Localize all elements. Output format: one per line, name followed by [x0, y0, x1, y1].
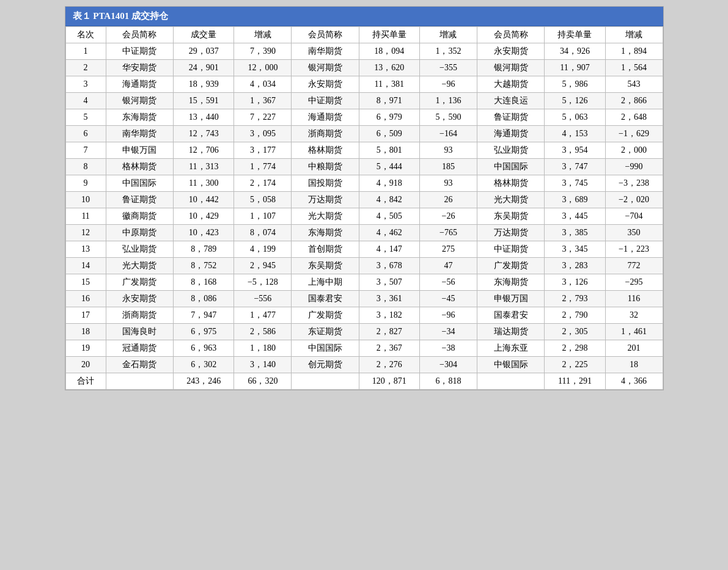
- cell-trade-vol: 8，168: [174, 274, 234, 291]
- cell-buy-vol: 6，979: [359, 109, 419, 126]
- cell-sell-vol: 2，225: [545, 357, 605, 373]
- cell-trade-vol: 7，947: [174, 307, 234, 324]
- cell-buy-chg: 1，352: [420, 43, 477, 60]
- cell-trade-member: 中证期货: [106, 43, 173, 60]
- cell-rank: 10: [65, 192, 106, 208]
- total-trade-member-blank: [106, 373, 173, 390]
- cell-buy-member: 中国国际: [292, 340, 359, 357]
- cell-trade-member: 海通期货: [106, 76, 173, 93]
- cell-buy-vol: 3，507: [359, 274, 419, 291]
- cell-trade-member: 南华期货: [106, 126, 173, 142]
- cell-trade-member: 银河期货: [106, 93, 173, 109]
- cell-trade-chg: 2，174: [234, 175, 292, 192]
- cell-trade-vol: 6，963: [174, 340, 234, 357]
- cell-sell-member: 中证期货: [477, 241, 544, 258]
- cell-trade-chg: 1，367: [234, 93, 292, 109]
- cell-trade-vol: 8，086: [174, 291, 234, 307]
- cell-trade-vol: 12，743: [174, 126, 234, 142]
- table-row: 7申银万国12，7063，177格林期货5，80193弘业期货3，9542，00…: [65, 142, 663, 159]
- header-rank: 名次: [65, 27, 106, 43]
- cell-rank: 12: [65, 225, 106, 241]
- main-container: 表１ PTA1401 成交持仓 名次 会员简称 成交量 增减 会员简称 持买单量…: [65, 6, 664, 390]
- header-buy-chg: 增减: [420, 27, 477, 43]
- cell-sell-vol: 3，445: [545, 208, 605, 225]
- cell-buy-vol: 3，182: [359, 307, 419, 324]
- cell-rank: 16: [65, 291, 106, 307]
- cell-buy-member: 浙商期货: [292, 126, 359, 142]
- cell-sell-member: 银河期货: [477, 60, 544, 76]
- cell-rank: 13: [65, 241, 106, 258]
- header-buy-vol: 持买单量: [359, 27, 419, 43]
- cell-rank: 6: [65, 126, 106, 142]
- header-trade-vol: 成交量: [174, 27, 234, 43]
- cell-trade-member: 金石期货: [106, 357, 173, 373]
- cell-rank: 14: [65, 258, 106, 274]
- cell-trade-member: 格林期货: [106, 159, 173, 175]
- cell-trade-member: 浙商期货: [106, 307, 173, 324]
- cell-sell-chg: −704: [605, 208, 663, 225]
- cell-rank: 9: [65, 175, 106, 192]
- cell-buy-member: 东海期货: [292, 225, 359, 241]
- cell-rank: 5: [65, 109, 106, 126]
- cell-buy-chg: −304: [420, 357, 477, 373]
- cell-buy-vol: 4，505: [359, 208, 419, 225]
- cell-buy-vol: 4，842: [359, 192, 419, 208]
- header-trade-chg: 增减: [234, 27, 292, 43]
- cell-sell-member: 中国国际: [477, 159, 544, 175]
- cell-rank: 20: [65, 357, 106, 373]
- cell-sell-chg: 1，564: [605, 60, 663, 76]
- header-row: 名次 会员简称 成交量 增减 会员简称 持买单量 增减 会员简称 持卖单量 增减: [65, 27, 663, 43]
- cell-sell-vol: 11，907: [545, 60, 605, 76]
- cell-trade-vol: 15，591: [174, 93, 234, 109]
- cell-sell-chg: 772: [605, 258, 663, 274]
- cell-buy-vol: 2，276: [359, 357, 419, 373]
- cell-trade-member: 永安期货: [106, 291, 173, 307]
- table-row: 14光大期货8，7522，945东吴期货3，67847广发期货3，283772: [65, 258, 663, 274]
- cell-buy-vol: 2，367: [359, 340, 419, 357]
- cell-buy-member: 南华期货: [292, 43, 359, 60]
- cell-trade-chg: 3，177: [234, 142, 292, 159]
- cell-sell-vol: 3，954: [545, 142, 605, 159]
- cell-sell-vol: 4，153: [545, 126, 605, 142]
- cell-sell-member: 光大期货: [477, 192, 544, 208]
- cell-trade-chg: 3，095: [234, 126, 292, 142]
- cell-rank: 4: [65, 93, 106, 109]
- cell-trade-vol: 6，302: [174, 357, 234, 373]
- cell-sell-chg: 1，894: [605, 43, 663, 60]
- header-sell-chg: 增减: [605, 27, 663, 43]
- table-row: 5东海期货13，4407，227海通期货6，9795，590鲁证期货5，0632…: [65, 109, 663, 126]
- cell-trade-member: 弘业期货: [106, 241, 173, 258]
- cell-sell-member: 鲁证期货: [477, 109, 544, 126]
- cell-trade-chg: 1，477: [234, 307, 292, 324]
- cell-sell-member: 大连良运: [477, 93, 544, 109]
- cell-sell-chg: 2，000: [605, 142, 663, 159]
- cell-trade-chg: 1，180: [234, 340, 292, 357]
- cell-sell-chg: −295: [605, 274, 663, 291]
- cell-trade-member: 徽商期货: [106, 208, 173, 225]
- cell-trade-chg: 7，390: [234, 43, 292, 60]
- cell-buy-vol: 6，509: [359, 126, 419, 142]
- cell-sell-member: 海通期货: [477, 126, 544, 142]
- cell-sell-vol: 5，126: [545, 93, 605, 109]
- cell-sell-vol: 3，689: [545, 192, 605, 208]
- cell-sell-member: 中银国际: [477, 357, 544, 373]
- cell-trade-vol: 11，313: [174, 159, 234, 175]
- cell-sell-member: 永安期货: [477, 43, 544, 60]
- cell-trade-vol: 13，440: [174, 109, 234, 126]
- cell-buy-chg: −56: [420, 274, 477, 291]
- cell-buy-member: 广发期货: [292, 307, 359, 324]
- cell-trade-vol: 11，300: [174, 175, 234, 192]
- cell-trade-member: 东海期货: [106, 109, 173, 126]
- cell-buy-member: 中粮期货: [292, 159, 359, 175]
- table-row: 6南华期货12，7433，095浙商期货6，509−164海通期货4，153−1…: [65, 126, 663, 142]
- cell-trade-vol: 24，901: [174, 60, 234, 76]
- cell-trade-vol: 8，789: [174, 241, 234, 258]
- total-label: 合计: [65, 373, 106, 390]
- cell-buy-member: 万达期货: [292, 192, 359, 208]
- cell-buy-chg: −26: [420, 208, 477, 225]
- cell-buy-chg: 26: [420, 192, 477, 208]
- cell-sell-member: 瑞达期货: [477, 324, 544, 340]
- cell-trade-vol: 6，975: [174, 324, 234, 340]
- cell-buy-member: 创元期货: [292, 357, 359, 373]
- cell-buy-member: 东证期货: [292, 324, 359, 340]
